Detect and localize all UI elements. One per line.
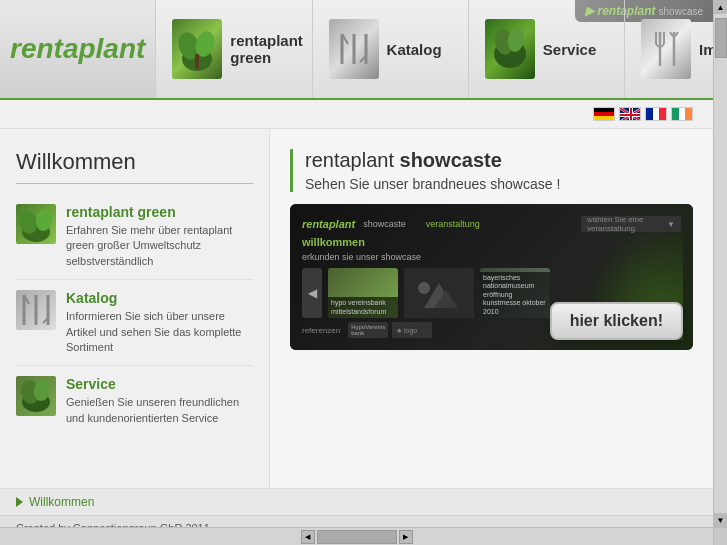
nav-label-impressum: Impressum	[699, 41, 713, 58]
right-content: rentaplant showcaste Sehen Sie unser bra…	[270, 129, 713, 488]
sc-thumb-1[interactable]: hypo vereinsbank mittelstandsforum	[328, 268, 398, 318]
sidebar-heading-katalog: Katalog	[66, 290, 253, 306]
scroll-right-btn[interactable]: ▶	[399, 530, 413, 544]
sidebar-item-green[interactable]: rentaplant green Erfahren Sie mehr über …	[16, 194, 253, 280]
sidebar-heading-green: rentaplant green	[66, 204, 253, 220]
showcase-preview: rentaplant showcaste veranstaltung wähle…	[290, 204, 693, 350]
scrollbar-corner	[713, 527, 727, 545]
scroll-thumb[interactable]	[715, 18, 727, 58]
hscroll-thumb[interactable]	[317, 530, 397, 544]
sc-dropdown[interactable]: wählen Sie eine veranstaltung ▼	[581, 216, 681, 232]
logo-area[interactable]: rentaplant	[0, 0, 155, 98]
sc-logo: rentaplant	[302, 218, 355, 230]
left-sidebar: Willkommen rentaplant green Erfahren Sie…	[0, 129, 270, 488]
sidebar-desc-service: Genießen Sie unseren freundlichen und ku…	[66, 395, 253, 426]
sc-thumb-2[interactable]	[404, 268, 474, 318]
sidebar-item-text-green: rentaplant green Erfahren Sie mehr über …	[66, 204, 253, 269]
nav-thumb-green	[172, 19, 222, 79]
scrollbar-bottom[interactable]: ◀ ▶	[0, 527, 713, 545]
sc-dropdown-text: wählen Sie eine veranstaltung	[587, 215, 667, 233]
sidebar-item-katalog[interactable]: Katalog Informieren Sie sich über unsere…	[16, 280, 253, 366]
nav-area: rentaplant green Katalog Service Impress…	[155, 0, 713, 98]
showcase-title-normal: rentaplant	[305, 149, 400, 171]
content-area: Willkommen rentaplant green Erfahren Sie…	[0, 128, 713, 488]
sc-prev-btn[interactable]: ◀	[302, 268, 322, 318]
nav-thumb-impressum	[641, 19, 691, 79]
sc-thumb-3[interactable]: bayerisches nationalmuseum eröffnung kun…	[480, 268, 550, 318]
sc-ref-logo-2: ★ logo	[392, 322, 432, 338]
flag-french[interactable]	[645, 107, 667, 121]
breadcrumb-link[interactable]: Willkommen	[29, 495, 94, 509]
nav-label-katalog: Katalog	[387, 41, 442, 58]
scroll-left-btn[interactable]: ◀	[301, 530, 315, 544]
showcase-title-bold: showcaste	[400, 149, 502, 171]
sc-explore-text: erkunden sie unser showcase	[302, 252, 681, 262]
sc-nav-label[interactable]: veranstaltung	[426, 219, 480, 229]
showcase-header: rentaplant showcaste Sehen Sie unser bra…	[290, 149, 693, 192]
showcase-title: rentaplant showcaste	[305, 149, 693, 172]
svg-text:★ logo: ★ logo	[396, 327, 417, 335]
sidebar-thumb-service	[16, 376, 56, 416]
sc-logo-label: showcaste	[363, 219, 406, 229]
sc-thumb-label-1: hypo vereinsbank mittelstandsforum	[328, 297, 398, 318]
flag-german[interactable]	[593, 107, 615, 121]
nav-item-green[interactable]: rentaplant green	[155, 0, 311, 98]
sidebar-thumb-katalog	[16, 290, 56, 330]
sc-ref-logo-1: HypoVereinsbank	[348, 322, 388, 338]
footer: Created by Connectiongroup GbR 2011	[0, 515, 713, 527]
sc-welcome-text: willkommen	[302, 232, 681, 252]
sc-refs: referenzen HypoVereinsbank ★ logo	[302, 322, 432, 338]
sidebar-thumb-green	[16, 204, 56, 244]
sidebar-item-text-service: Service Genießen Sie unseren freundliche…	[66, 376, 253, 426]
flag-irish[interactable]	[671, 107, 693, 121]
nav-item-service[interactable]: Service	[468, 0, 624, 98]
svg-rect-24	[620, 114, 641, 116]
lang-bar	[0, 100, 713, 128]
svg-rect-3	[195, 54, 199, 69]
scroll-down-btn[interactable]: ▼	[714, 513, 728, 527]
nav-label-green: rentaplant green	[230, 32, 303, 66]
top-header: ▶ rentaplant showcase rentaplant rentapl…	[0, 0, 713, 100]
nav-label-service: Service	[543, 41, 596, 58]
nav-thumb-katalog	[329, 19, 379, 79]
welcome-title: Willkommen	[16, 149, 253, 184]
sidebar-heading-service: Service	[66, 376, 253, 392]
breadcrumb-icon	[16, 497, 23, 507]
sidebar-desc-katalog: Informieren Sie sich über unsere Artikel…	[66, 309, 253, 355]
sidebar-desc-green: Erfahren Sie mehr über rentaplant green …	[66, 223, 253, 269]
nav-item-impressum[interactable]: Impressum	[624, 0, 713, 98]
sc-ref-label: referenzen	[302, 326, 340, 335]
logo: rentaplant	[10, 33, 145, 65]
sc-dropdown-area: wählen Sie eine veranstaltung ▼	[581, 216, 681, 232]
nav-thumb-service	[485, 19, 535, 79]
sc-ref-logos: HypoVereinsbank ★ logo	[348, 322, 432, 338]
showcase-topbar: rentaplant showcaste veranstaltung wähle…	[302, 216, 681, 232]
sidebar-item-text-katalog: Katalog Informieren Sie sich über unsere…	[66, 290, 253, 355]
scroll-up-btn[interactable]: ▲	[714, 0, 728, 14]
flag-english[interactable]	[619, 107, 641, 121]
svg-point-39	[418, 282, 430, 294]
showcase-subtitle: Sehen Sie unser brandneues showcase !	[305, 176, 693, 192]
nav-item-katalog[interactable]: Katalog	[312, 0, 468, 98]
scrollbar-right[interactable]: ▲ ▼	[713, 0, 727, 527]
sc-dropdown-arrow: ▼	[667, 220, 675, 229]
sc-thumb-label-3: bayerisches nationalmuseum eröffnung kun…	[480, 272, 550, 318]
hier-klicken-button[interactable]: hier klicken!	[550, 302, 683, 340]
sidebar-item-service[interactable]: Service Genießen Sie unseren freundliche…	[16, 366, 253, 436]
breadcrumb-bar: Willkommen	[0, 488, 713, 515]
